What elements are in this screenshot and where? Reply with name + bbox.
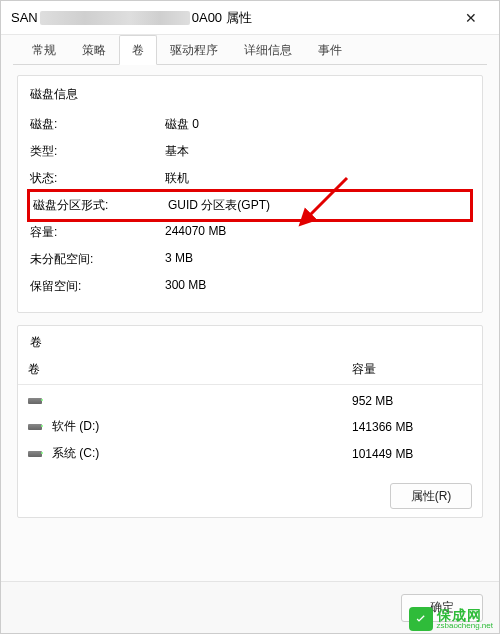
title-suffix: 0A00 属性	[192, 9, 252, 27]
volume-name: 软件 (D:)	[52, 418, 352, 435]
row-type: 类型: 基本	[30, 138, 470, 165]
value-disk: 磁盘 0	[165, 116, 470, 133]
watermark-url: zsbaocheng.net	[437, 622, 494, 630]
drive-icon	[28, 396, 44, 406]
disk-info-title: 磁盘信息	[30, 86, 470, 103]
volumes-group: 卷 卷 容量 952 MB 软件 (D:) 141366 MB	[17, 325, 483, 518]
row-unallocated: 未分配空间: 3 MB	[30, 246, 470, 273]
ok-button[interactable]: 确定	[401, 594, 483, 622]
dialog-footer: 确定 保成网 zsbaocheng.net	[1, 581, 499, 633]
volume-capacity: 101449 MB	[352, 447, 472, 461]
label-disk: 磁盘:	[30, 116, 165, 133]
value-unallocated: 3 MB	[165, 251, 470, 268]
tab-events[interactable]: 事件	[305, 35, 355, 65]
row-capacity: 容量: 244070 MB	[30, 219, 470, 246]
value-type: 基本	[165, 143, 470, 160]
drive-icon	[28, 449, 44, 459]
volume-capacity: 952 MB	[352, 394, 472, 408]
drive-icon	[28, 422, 44, 432]
volume-name: 系统 (C:)	[52, 445, 352, 462]
value-reserved: 300 MB	[165, 278, 470, 295]
close-button[interactable]: ✕	[451, 4, 491, 32]
value-capacity: 244070 MB	[165, 224, 470, 241]
label-capacity: 容量:	[30, 224, 165, 241]
row-status: 状态: 联机	[30, 165, 470, 192]
close-icon: ✕	[465, 10, 477, 26]
row-partition-style-highlighted: 磁盘分区形式: GUID 分区表(GPT)	[27, 189, 473, 222]
window-title: SAN 0A00 属性	[11, 9, 252, 27]
col-header-name[interactable]: 卷	[28, 361, 352, 378]
value-status: 联机	[165, 170, 470, 187]
volume-capacity: 141366 MB	[352, 420, 472, 434]
label-type: 类型:	[30, 143, 165, 160]
tab-general[interactable]: 常规	[19, 35, 69, 65]
tab-volumes[interactable]: 卷	[119, 35, 157, 65]
tab-driver[interactable]: 驱动程序	[157, 35, 231, 65]
value-partition: GUID 分区表(GPT)	[168, 197, 467, 214]
col-header-capacity[interactable]: 容量	[352, 361, 472, 378]
volume-properties-button[interactable]: 属性(R)	[390, 483, 472, 509]
properties-dialog: SAN 0A00 属性 ✕ 常规 策略 卷 驱动程序 详细信息 事件 磁盘信息 …	[0, 0, 500, 634]
volume-row[interactable]: 系统 (C:) 101449 MB	[28, 440, 472, 467]
content-area: 磁盘信息 磁盘: 磁盘 0 类型: 基本 状态: 联机 磁盘分区形式: GUID…	[1, 65, 499, 581]
tab-details[interactable]: 详细信息	[231, 35, 305, 65]
volume-row[interactable]: 952 MB	[28, 389, 472, 413]
title-redacted	[40, 11, 190, 25]
label-partition: 磁盘分区形式:	[33, 197, 168, 214]
volumes-title: 卷	[18, 326, 482, 353]
label-status: 状态:	[30, 170, 165, 187]
label-reserved: 保留空间:	[30, 278, 165, 295]
titlebar[interactable]: SAN 0A00 属性 ✕	[1, 1, 499, 35]
label-unallocated: 未分配空间:	[30, 251, 165, 268]
tab-strip: 常规 策略 卷 驱动程序 详细信息 事件	[1, 35, 499, 65]
title-prefix: SAN	[11, 10, 38, 25]
row-disk: 磁盘: 磁盘 0	[30, 111, 470, 138]
volumes-list[interactable]: 952 MB 软件 (D:) 141366 MB 系统 (C:) 101449 …	[18, 385, 482, 475]
disk-info-group: 磁盘信息 磁盘: 磁盘 0 类型: 基本 状态: 联机 磁盘分区形式: GUID…	[17, 75, 483, 313]
volume-row[interactable]: 软件 (D:) 141366 MB	[28, 413, 472, 440]
volume-button-row: 属性(R)	[18, 475, 482, 511]
row-reserved: 保留空间: 300 MB	[30, 273, 470, 300]
tab-policy[interactable]: 策略	[69, 35, 119, 65]
volumes-header-row: 卷 容量	[18, 355, 482, 385]
